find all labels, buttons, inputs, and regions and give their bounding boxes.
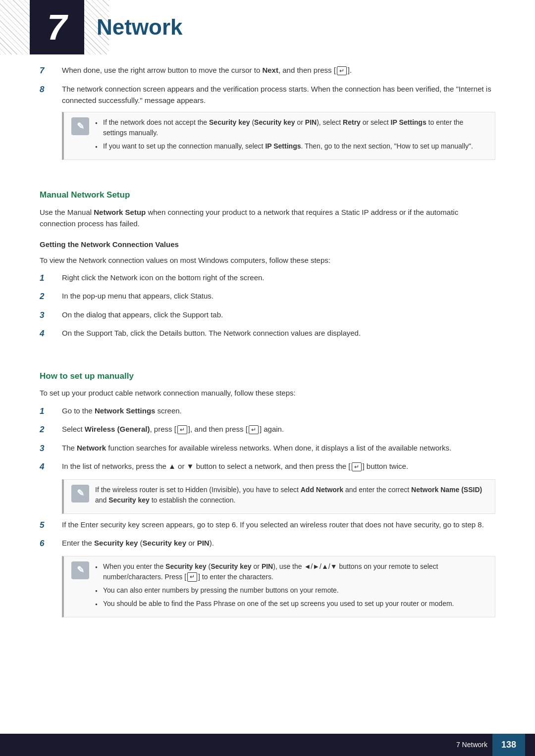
- getting-step-2-text: In the pop-up menu that appears, click S…: [62, 290, 495, 302]
- bullet-dot: ●: [95, 120, 103, 126]
- manual-step-5-number: 5: [40, 519, 62, 532]
- manual-step-1: 1 Go to the Network Settings screen.: [40, 405, 495, 418]
- manual-step-4-text: In the list of networks, press the ▲ or …: [62, 460, 495, 472]
- manual-step-1-number: 1: [40, 405, 62, 418]
- note-box-1: ✎ ● If the network does not accept the S…: [62, 112, 495, 160]
- note-bullet-3c-text: You should be able to find the Pass Phra…: [103, 599, 454, 609]
- manual-step-5: 5 If the Enter security key screen appea…: [40, 519, 495, 532]
- getting-step-1: 1 Right click the Network icon on the bo…: [40, 272, 495, 285]
- getting-step-1-text: Right click the Network icon on the bott…: [62, 272, 495, 283]
- note-bullet-3a-text: When you enter the Security key (Securit…: [103, 561, 487, 582]
- manual-step-6: 6 Enter the Security key (Security key o…: [40, 537, 495, 550]
- manual-step-3-number: 3: [40, 442, 62, 455]
- note-bullet-3a: ● When you enter the Security key (Secur…: [95, 561, 487, 582]
- chapter-number: 7: [47, 9, 67, 45]
- bullet-dot-3c: ●: [95, 602, 103, 607]
- note-bullet-2a: If the wireless router is set to Hidden …: [95, 485, 487, 505]
- enter-key-3a: ↵: [187, 572, 197, 582]
- getting-step-3: 3 On the dialog that appears, click the …: [40, 309, 495, 322]
- note-content-2: If the wireless router is set to Hidden …: [95, 485, 487, 508]
- enter-key-2b: ↵: [249, 425, 259, 435]
- note-icon-3-symbol: ✎: [77, 563, 84, 577]
- getting-step-4: 4 On the Support Tab, click the Details …: [40, 327, 495, 340]
- manual-step-4-number: 4: [40, 460, 62, 473]
- footer-page-number: 138: [492, 734, 525, 756]
- note-icon-symbol: ✎: [77, 120, 84, 133]
- note-content-3: ● When you enter the Security key (Secur…: [95, 561, 487, 612]
- note-bullet-3b: ● You can also enter numbers by pressing…: [95, 585, 487, 596]
- getting-values-intro: To view the Network connection values on…: [40, 254, 495, 266]
- manual-step-2-text: Select Wireless (General), press [↵], an…: [62, 423, 495, 435]
- getting-step-4-text: On the Support Tab, click the Details bu…: [62, 327, 495, 339]
- step-7-number: 7: [40, 64, 62, 77]
- getting-step-2: 2 In the pop-up menu that appears, click…: [40, 290, 495, 303]
- chapter-number-box: 7: [30, 0, 84, 54]
- chapter-title: Network: [97, 11, 183, 44]
- manual-step-5-text: If the Enter security key screen appears…: [62, 519, 495, 530]
- manual-step-3-text: The Network function searches for availa…: [62, 442, 495, 454]
- manual-step-1-text: Go to the Network Settings screen.: [62, 405, 495, 416]
- note-bullet-1a: ● If the network does not accept the Sec…: [95, 117, 487, 138]
- note-icon-3: ✎: [71, 561, 89, 579]
- note-box-3: ✎ ● When you enter the Security key (Sec…: [62, 556, 495, 617]
- note-icon-1: ✎: [71, 117, 89, 135]
- enter-key-2a: ↵: [177, 425, 187, 435]
- note-bullet-1a-text: If the network does not accept the Secur…: [103, 117, 487, 138]
- note-bullet-2a-text: If the wireless router is set to Hidden …: [95, 485, 487, 505]
- note-content-1: ● If the network does not accept the Sec…: [95, 117, 487, 154]
- getting-step-3-number: 3: [40, 309, 62, 322]
- page-footer: 7 Network 138: [0, 734, 535, 756]
- note-bullet-3c: ● You should be able to find the Pass Ph…: [95, 599, 487, 609]
- how-to-manually-heading: How to set up manually: [40, 370, 495, 383]
- bullet-dot: ●: [95, 144, 103, 150]
- note-bullet-1b-text: If you want to set up the connection man…: [103, 141, 473, 151]
- getting-step-3-text: On the dialog that appears, click the Su…: [62, 309, 495, 320]
- note-icon-2-symbol: ✎: [77, 487, 84, 500]
- step-8-text: The network connection screen appears an…: [62, 83, 495, 106]
- note-bullet-1b: ● If you want to set up the connection m…: [95, 141, 487, 151]
- manual-step-6-number: 6: [40, 537, 62, 550]
- getting-values-heading: Getting the Network Connection Values: [40, 239, 495, 251]
- bullet-dot-3a: ●: [95, 564, 103, 570]
- footer-label: 7 Network: [456, 740, 487, 750]
- step-7-text: When done, use the right arrow button to…: [62, 64, 495, 76]
- manual-step-2-number: 2: [40, 423, 62, 436]
- manual-step-4: 4 In the list of networks, press the ▲ o…: [40, 460, 495, 473]
- step-8: 8 The network connection screen appears …: [40, 83, 495, 106]
- note-icon-2: ✎: [71, 485, 89, 503]
- note-box-2: ✎ If the wireless router is set to Hidde…: [62, 479, 495, 514]
- enter-key-icon: ↵: [337, 66, 347, 76]
- enter-key-4: ↵: [352, 462, 362, 472]
- getting-step-4-number: 4: [40, 327, 62, 340]
- bullet-dot-3b: ●: [95, 588, 103, 594]
- note-bullet-3b-text: You can also enter numbers by pressing t…: [103, 585, 339, 596]
- main-content: 7 When done, use the right arrow button …: [0, 0, 535, 662]
- step-7: 7 When done, use the right arrow button …: [40, 64, 495, 77]
- step-8-number: 8: [40, 83, 62, 96]
- getting-step-2-number: 2: [40, 290, 62, 303]
- page-container: 7 Network 7 When done, use the right arr…: [0, 0, 535, 756]
- manual-setup-intro: Use the Manual Network Setup when connec…: [40, 206, 495, 230]
- manual-step-2: 2 Select Wireless (General), press [↵], …: [40, 423, 495, 436]
- manual-setup-heading: Manual Network Setup: [40, 189, 495, 202]
- how-to-manually-intro: To set up your product cable network con…: [40, 387, 495, 399]
- manual-step-6-text: Enter the Security key (Security key or …: [62, 537, 495, 549]
- getting-step-1-number: 1: [40, 272, 62, 285]
- manual-step-3: 3 The Network function searches for avai…: [40, 442, 495, 455]
